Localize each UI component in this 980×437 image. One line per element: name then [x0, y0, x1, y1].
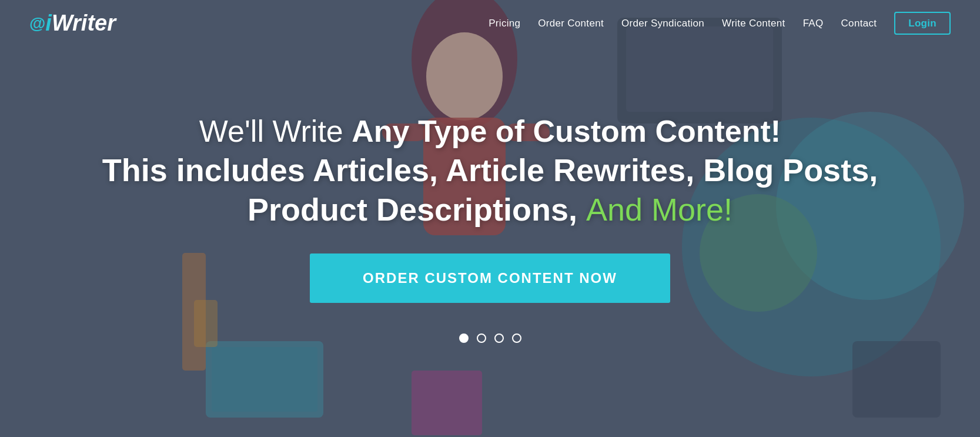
- hero-section: @ i Writer Pricing Order Content Order S…: [0, 0, 980, 437]
- svg-rect-12: [852, 341, 941, 418]
- nav-link-faq[interactable]: FAQ: [803, 18, 824, 29]
- nav-link-write-content[interactable]: Write Content: [722, 18, 785, 29]
- nav-links: Pricing Order Content Order Syndication …: [489, 18, 951, 29]
- slider-dots: [102, 333, 878, 343]
- nav-item-order-content[interactable]: Order Content: [538, 18, 604, 29]
- hero-title-line3-regular: Product Descriptions,: [247, 192, 586, 227]
- hero-title: We'll Write Any Type of Custom Content! …: [102, 112, 878, 230]
- nav-item-login[interactable]: Login: [894, 18, 951, 29]
- login-button[interactable]: Login: [894, 12, 951, 35]
- slider-dot-3[interactable]: [494, 333, 504, 343]
- hero-title-bold: Any Type of Custom Content!: [352, 114, 781, 148]
- hero-title-line3-green: And More!: [586, 192, 733, 227]
- navbar: @ i Writer Pricing Order Content Order S…: [0, 0, 980, 46]
- hero-title-line2: This includes Articles, Article Rewrites…: [102, 151, 878, 191]
- nav-link-pricing[interactable]: Pricing: [489, 18, 520, 29]
- nav-item-write-content[interactable]: Write Content: [722, 18, 785, 29]
- nav-link-order-syndication[interactable]: Order Syndication: [621, 18, 704, 29]
- logo[interactable]: @ i Writer: [29, 11, 116, 36]
- hero-content: We'll Write Any Type of Custom Content! …: [102, 112, 878, 343]
- nav-link-contact[interactable]: Contact: [841, 18, 877, 29]
- slider-dot-4[interactable]: [512, 333, 521, 343]
- cta-button[interactable]: ORDER CUSTOM CONTENT NOW: [310, 253, 670, 303]
- nav-item-order-syndication[interactable]: Order Syndication: [621, 18, 704, 29]
- nav-link-order-content[interactable]: Order Content: [538, 18, 604, 29]
- hero-title-line1: We'll Write Any Type of Custom Content!: [102, 112, 878, 151]
- nav-item-faq[interactable]: FAQ: [803, 18, 824, 29]
- logo-at-symbol: @: [29, 14, 45, 33]
- nav-item-pricing[interactable]: Pricing: [489, 18, 520, 29]
- svg-rect-10: [206, 341, 323, 418]
- nav-item-contact[interactable]: Contact: [841, 18, 877, 29]
- cta-wrapper: ORDER CUSTOM CONTENT NOW: [102, 253, 878, 322]
- logo-writer-text: Writer: [52, 11, 116, 36]
- hero-title-regular: We'll Write: [199, 114, 352, 148]
- logo-i-letter: i: [45, 11, 52, 36]
- hero-title-line3: Product Descriptions, And More!: [102, 190, 878, 230]
- svg-rect-15: [412, 371, 482, 435]
- slider-dot-1[interactable]: [459, 333, 469, 343]
- slider-dot-2[interactable]: [477, 333, 486, 343]
- svg-rect-11: [212, 347, 317, 412]
